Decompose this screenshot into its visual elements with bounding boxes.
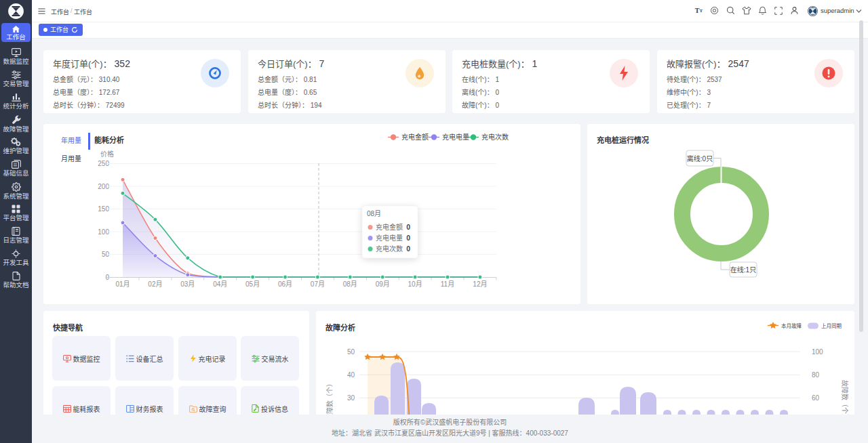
svg-text:上月同期: 上月同期: [821, 323, 842, 329]
svg-text:离线:0只: 离线:0只: [687, 154, 713, 163]
svg-text:11月: 11月: [441, 280, 454, 288]
svg-text:07月: 07月: [311, 280, 325, 288]
svg-text:0: 0: [406, 223, 410, 231]
svg-text:01月: 01月: [115, 280, 130, 288]
svg-text:08月: 08月: [343, 280, 357, 288]
svg-text:充电金额: 充电金额: [376, 223, 403, 231]
svg-text:本月故障: 本月故障: [781, 322, 802, 329]
svg-text:80: 80: [812, 371, 820, 379]
svg-text:02月: 02月: [148, 280, 162, 288]
svg-text:在线:1只: 在线:1只: [730, 266, 756, 274]
svg-text:40: 40: [347, 371, 355, 379]
svg-text:0: 0: [406, 245, 410, 253]
svg-text:08月: 08月: [367, 210, 381, 217]
svg-text:充电电量: 充电电量: [442, 133, 469, 141]
svg-text:充电次数: 充电次数: [481, 133, 509, 141]
svg-text:价格: 价格: [100, 150, 114, 158]
svg-text:充电金额: 充电金额: [401, 133, 429, 141]
svg-text:充电电量: 充电电量: [376, 234, 403, 242]
svg-text:10月: 10月: [408, 280, 422, 288]
svg-text:03月: 03月: [180, 280, 195, 288]
svg-text:充电次数: 充电次数: [376, 245, 403, 253]
svg-text:0: 0: [406, 234, 410, 242]
svg-text:30: 30: [347, 394, 355, 402]
svg-text:60: 60: [812, 394, 820, 402]
svg-text:100: 100: [812, 348, 823, 356]
svg-text:50: 50: [347, 348, 355, 356]
svg-text:12月: 12月: [473, 280, 487, 288]
svg-text:06月: 06月: [278, 280, 292, 288]
svg-text:09月: 09月: [376, 280, 390, 288]
svg-text:04月: 04月: [213, 280, 227, 288]
svg-text:05月: 05月: [245, 280, 260, 288]
